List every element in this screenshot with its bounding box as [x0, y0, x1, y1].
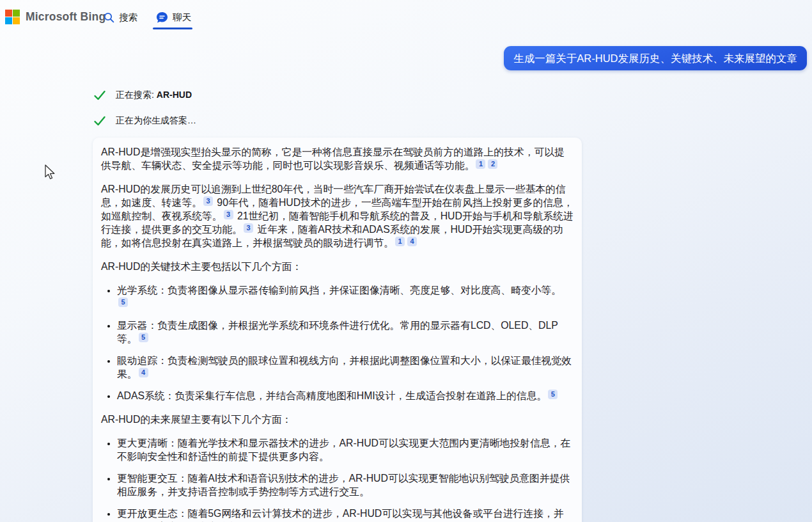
- status-searching-text: 正在搜索: AR-HUD: [116, 90, 192, 101]
- list-item: 显示器：负责生成图像，并根据光学系统和环境条件进行优化。常用的显示器有LCD、O…: [117, 319, 574, 345]
- citation-badge[interactable]: 4: [407, 237, 417, 246]
- tab-search[interactable]: 搜索: [104, 12, 137, 24]
- microsoft-logo-icon: [5, 10, 20, 24]
- tab-chat[interactable]: 聊天: [156, 12, 191, 24]
- bing-logo[interactable]: Microsoft Bing: [5, 10, 105, 24]
- list-item: 更开放更生态：随着5G网络和云计算技术的进步，AR-HUD可以实现与其他设备或平…: [117, 507, 574, 522]
- citation-badge[interactable]: 4: [139, 368, 148, 377]
- search-icon: [104, 12, 114, 23]
- list-item: 更智能更交互：随着AI技术和语音识别技术的进步，AR-HUD可以实现更智能地识别…: [117, 471, 574, 498]
- checkmark-icon: [93, 115, 106, 127]
- citation-badge[interactable]: 5: [118, 297, 128, 307]
- tab-chat-label: 聊天: [173, 12, 191, 24]
- list-item: 光学系统：负责将图像从显示器传输到前风挡，并保证图像清晰、亮度足够、对比度高、畸…: [117, 283, 574, 310]
- paragraph: AR-HUD的关键技术主要包括以下几个方面：: [101, 260, 574, 273]
- citation-badge[interactable]: 1: [395, 237, 405, 246]
- citation-badge[interactable]: 2: [488, 159, 497, 169]
- citation-badge[interactable]: 3: [244, 223, 253, 233]
- checkmark-icon: [93, 89, 106, 102]
- list-item: 眼动追踪：负责检测驾驶员的眼球位置和视线方向，并根据此调整图像位置和大小，以保证…: [117, 354, 574, 381]
- list-item: ADAS系统：负责采集行车信息，并结合高精度地图和HMI设计，生成适合投射在道路…: [117, 389, 574, 402]
- citation-badge[interactable]: 3: [224, 210, 233, 219]
- search-term: AR-HUD: [157, 90, 192, 100]
- bullet-list: 更大更清晰：随着光学技术和显示器技术的进步，AR-HUD可以实现更大范围内更清晰…: [101, 436, 574, 522]
- top-bar: Microsoft Bing 搜索 聊天: [0, 0, 812, 36]
- active-tab-underline: [153, 28, 192, 29]
- bullet-list: 光学系统：负责将图像从显示器传输到前风挡，并保证图像清晰、亮度足够、对比度高、畸…: [101, 283, 574, 402]
- list-item: 更大更清晰：随着光学技术和显示器技术的进步，AR-HUD可以实现更大范围内更清晰…: [117, 436, 574, 463]
- status-generating: 正在为你生成答案…: [93, 115, 196, 127]
- status-searching: 正在搜索: AR-HUD: [93, 89, 192, 102]
- citation-badge[interactable]: 5: [548, 390, 558, 399]
- chat-icon: [156, 12, 168, 24]
- user-message-bubble: 生成一篇关于AR-HUD发展历史、关键技术、未来展望的文章: [504, 46, 807, 70]
- citation-badge[interactable]: 1: [476, 159, 485, 169]
- answer-blocks: AR-HUD是增强现实型抬头显示的简称，它是一种将信息直接显示在驾驶员前方的道路…: [101, 145, 574, 522]
- answer-card: AR-HUD是增强现实型抬头显示的简称，它是一种将信息直接显示在驾驶员前方的道路…: [93, 138, 582, 522]
- tab-search-label: 搜索: [119, 12, 137, 24]
- brand-name: Microsoft Bing: [26, 10, 105, 24]
- paragraph: AR-HUD是增强现实型抬头显示的简称，它是一种将信息直接显示在驾驶员前方的道路…: [101, 145, 574, 172]
- status-generating-text: 正在为你生成答案…: [116, 115, 196, 127]
- paragraph: AR-HUD的未来展望主要有以下几个方面：: [101, 413, 574, 426]
- citation-badge[interactable]: 3: [203, 196, 213, 206]
- paragraph: AR-HUD的发展历史可以追溯到上世纪80年代，当时一些汽车厂商开始尝试在仪表盘…: [101, 182, 574, 249]
- citation-badge[interactable]: 5: [139, 333, 148, 342]
- mouse-cursor: [44, 164, 58, 181]
